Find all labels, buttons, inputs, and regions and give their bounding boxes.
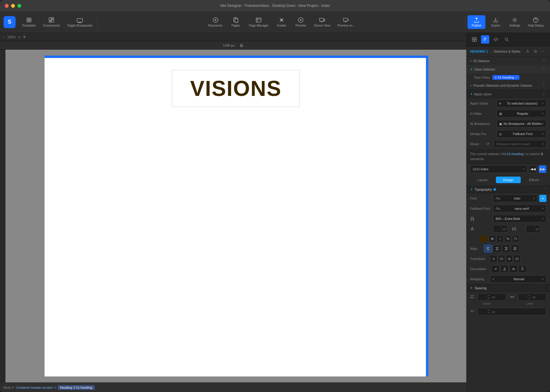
panel-tab-styles[interactable]	[481, 35, 489, 44]
in-state-dropdown[interactable]: ▤ Regular ▾	[496, 110, 546, 117]
title-button[interactable]: Te	[504, 235, 511, 242]
settings-button[interactable]: Settings	[506, 15, 524, 29]
word-up[interactable]: ▲	[487, 309, 491, 312]
class-selector-help[interactable]: ?	[541, 67, 546, 72]
page-manager-button[interactable]: Page Manager	[246, 15, 272, 29]
panel-tab-search[interactable]	[502, 35, 511, 44]
minimize-button[interactable]	[11, 4, 15, 8]
pages-button[interactable]: Pages	[227, 15, 245, 29]
align-left-button[interactable]	[484, 245, 492, 252]
in-state-label: In State	[470, 112, 494, 115]
transform-lowercase-button[interactable]: di	[506, 255, 513, 263]
italic-button[interactable]: I	[496, 235, 504, 242]
help-button[interactable]: Help Dialog	[525, 15, 546, 29]
apply-styles-dropdown[interactable]: ≡ To selected class(es) ▾	[496, 99, 546, 107]
preview-button[interactable]: Preview	[292, 15, 310, 29]
components-button[interactable]: Components	[40, 15, 63, 29]
id-selector-section[interactable]: ▶ ID Selector ?	[467, 57, 550, 65]
breadcrumb-container[interactable]: Container:header-section	[16, 386, 53, 389]
resources-button[interactable]: Resources	[205, 15, 226, 29]
zoom-in-button[interactable]: +	[18, 35, 20, 39]
wrapping-dropdown[interactable]: ≡ Normal ▾	[490, 275, 546, 283]
canvas-viewport[interactable]: VISIONS	[5, 50, 466, 382]
reset-dropdown[interactable]: Choose a style to reset ▾	[494, 140, 546, 148]
fallback-font-dropdown[interactable]: Aa sans-serif ▾	[493, 205, 546, 212]
preview-on-button[interactable]: Preview on...	[334, 15, 358, 29]
decoration-strikethrough-button[interactable]: A	[509, 265, 518, 273]
text-color-swatch[interactable]	[480, 235, 487, 242]
breadcrumb-heading[interactable]: Heading 1 h1-heading	[58, 385, 95, 390]
font-dropdown[interactable]: Aa Inter ▾	[493, 195, 537, 202]
apply-styles-help[interactable]: ?	[541, 91, 546, 97]
heading-element[interactable]: VISIONS	[172, 70, 300, 107]
design-for-dropdown[interactable]: ◎ Fallback First ▾	[496, 130, 546, 138]
class-tag-remove[interactable]: ×	[515, 76, 517, 79]
word-stepper[interactable]: ▲ ▼	[487, 309, 491, 315]
at-breakpoint-dropdown[interactable]: ▣ No Breakpoint - All Widths ▾	[496, 120, 546, 128]
tab-layout[interactable]: Layout	[470, 177, 495, 183]
close-button[interactable]	[5, 4, 9, 8]
selector-nav-dropdown[interactable]: (1/1) index ▾	[470, 165, 527, 173]
selector-nav-next[interactable]: ▶▶	[539, 165, 546, 173]
tab-design[interactable]: Design	[496, 177, 520, 183]
indent-stepper[interactable]: ▲ ▼	[487, 294, 491, 300]
text-style-btn[interactable]: A	[524, 48, 531, 55]
align-center-button[interactable]	[493, 245, 501, 252]
app-logo[interactable]: S	[4, 16, 16, 28]
weight-arrow: ▾	[542, 217, 544, 220]
zoom-out-button[interactable]: −	[2, 35, 5, 39]
line-height-input[interactable]: 82	[526, 227, 534, 231]
align-right-button[interactable]	[502, 245, 510, 252]
indent-up[interactable]: ▲	[487, 294, 491, 297]
letter-stepper[interactable]: ▲ ▼	[527, 294, 531, 300]
weight-dropdown[interactable]: 800 – Extra Bold ▾	[493, 215, 546, 223]
toolbar-separator-2	[465, 17, 466, 27]
decoration-underline-button[interactable]: A	[500, 265, 509, 273]
typography-help[interactable]: ?	[545, 188, 546, 191]
zoom-fit-button[interactable]: ⊕	[23, 35, 26, 39]
word-down[interactable]: ▼	[487, 312, 491, 315]
templates-button[interactable]: Templates	[19, 15, 39, 29]
subscript-button[interactable]: Te	[512, 235, 519, 242]
breakpoints-button[interactable]: Toggle Breakpoints	[64, 15, 95, 29]
export-button[interactable]: Export	[487, 15, 505, 29]
reset-icon-btn[interactable]: ↺	[485, 141, 491, 147]
letter-up[interactable]: ▲	[528, 294, 531, 297]
transform-none-button[interactable]: ✕	[490, 255, 497, 263]
indent-down[interactable]: ▼	[487, 297, 491, 300]
panel-tab-grid[interactable]	[470, 35, 479, 44]
pseudo-selectors-section[interactable]: ▶ Pseudo Selectors and Dynamic Classes ?	[467, 81, 550, 90]
breadcrumb-body[interactable]: Body	[4, 386, 11, 389]
canvas-resize-handle[interactable]	[426, 56, 428, 376]
id-selector-help[interactable]: ?	[541, 58, 546, 64]
more-options-btn[interactable]: ⋯	[540, 48, 546, 55]
typography-header[interactable]: ▼ Typography ?	[467, 186, 550, 193]
maximize-button[interactable]	[17, 4, 21, 8]
pseudo-selectors-help[interactable]: ?	[541, 83, 546, 88]
transform-uppercase-button[interactable]: DI	[513, 255, 521, 263]
copy-style-btn[interactable]: ⧉	[532, 48, 539, 55]
font-add-button[interactable]: +	[539, 195, 546, 202]
class-tag-value: h1-heading	[498, 76, 514, 79]
tab-effects[interactable]: Effects	[522, 177, 546, 183]
transform-capitalize-button[interactable]: Di	[498, 255, 505, 263]
indent-input[interactable]: 0	[478, 295, 487, 299]
spacing-section-header[interactable]: ▼ Spacing	[467, 284, 550, 292]
at-breakpoint-arrow: ▾	[542, 122, 544, 125]
apply-styles-header[interactable]: ▼ Apply styles ?	[467, 90, 550, 98]
device-view-button[interactable]: Device View	[311, 15, 333, 29]
letter-down[interactable]: ▼	[528, 297, 531, 300]
font-size-input[interactable]: 72	[493, 227, 502, 231]
publish-button[interactable]: Publish	[468, 15, 485, 29]
bold-button[interactable]: B	[489, 235, 496, 242]
word-input[interactable]: 0	[478, 310, 487, 313]
selector-nav-prev[interactable]: ◀◀	[529, 165, 537, 173]
letter-input[interactable]: 0	[518, 295, 527, 299]
class-selector-section[interactable]: ▼ Class Selector ?	[467, 65, 550, 74]
panel-tab-code[interactable]	[492, 35, 500, 44]
decoration-overline-button[interactable]: A	[518, 265, 527, 273]
guides-button[interactable]: Guides	[273, 15, 291, 29]
align-justify-button[interactable]	[511, 245, 519, 252]
class-tag[interactable]: x h1-heading ×	[492, 75, 520, 80]
decoration-none-button[interactable]: ✕	[491, 265, 500, 273]
